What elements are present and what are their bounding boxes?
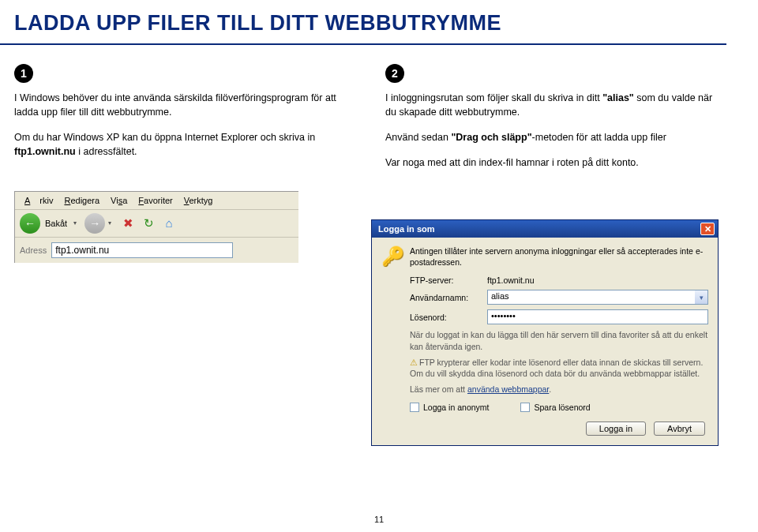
lock-icon: ⚠ <box>410 358 418 367</box>
ie-buttonbar: ← Bakåt ▾ → ▾ ✖ ↻ ⌂ <box>15 210 298 238</box>
page-title: LADDA UPP FILER TILL DITT WEBBUTRYMME <box>0 0 726 45</box>
check-anon[interactable]: Logga in anonymt <box>410 403 489 412</box>
step-2-para-2: Använd sedan "Drag och släpp"-metoden fö… <box>385 130 725 144</box>
s2p1a: I inloggningsrutan som följer skall du s… <box>385 92 602 103</box>
step-2-para-1: I inloggningsrutan som följer skall du s… <box>385 91 725 119</box>
forward-dropdown-icon[interactable]: ▾ <box>108 219 111 227</box>
ie-toolbar-screenshot: Arkiv Redigera Visa Favoriter Verktyg ← … <box>14 191 298 263</box>
step-1-column: 1 I Windows behöver du inte använda särs… <box>14 64 354 263</box>
s2p2c: -metoden för att ladda upp filer <box>532 132 666 143</box>
back-button[interactable]: ← <box>20 213 40 234</box>
back-dropdown-icon[interactable]: ▾ <box>73 219 77 227</box>
dialog-info-2: ⚠FTP krypterar eller kodar inte lösenord… <box>410 357 708 379</box>
check-save[interactable]: Spara lösenord <box>520 403 590 412</box>
key-icon: 🔑 <box>381 245 403 268</box>
menu-redigera[interactable]: Redigera <box>59 194 104 207</box>
step-1-badge: 1 <box>14 64 33 83</box>
menu-favoriter[interactable]: Favoriter <box>133 194 177 207</box>
menu-arkiv[interactable]: Arkiv <box>20 194 58 207</box>
s2p2b: "Drag och släpp" <box>451 132 531 143</box>
checkbox-icon[interactable] <box>520 403 530 412</box>
link-suffix: . <box>549 384 551 394</box>
step-1-p2b: ftp1.ownit.nu <box>14 146 76 157</box>
step-1-para-1: I Windows behöver du inte använda särski… <box>14 91 354 119</box>
username-dropdown-icon[interactable]: ▾ <box>695 290 708 305</box>
home-icon[interactable]: ⌂ <box>160 215 178 232</box>
s2p2a: Använd sedan <box>385 132 451 143</box>
dialog-titlebar: Logga in som ✕ <box>372 220 718 238</box>
cancel-button[interactable]: Avbryt <box>654 421 705 436</box>
step-2-para-3: Var noga med att din index-fil hamnar i … <box>385 155 725 170</box>
back-label: Bakåt <box>45 219 67 228</box>
label-user: Användarnamn: <box>410 293 481 302</box>
check-anon-label: Logga in anonymt <box>423 403 489 412</box>
link-prefix: Läs mer om att <box>410 384 467 394</box>
s2p1b: "alias" <box>602 92 634 103</box>
step-1-para-2: Om du har Windows XP kan du öppna Intern… <box>14 130 354 159</box>
dialog-info-2-text: FTP krypterar eller kodar inte lösenord … <box>410 358 703 378</box>
value-server: ftp1.ownit.nu <box>487 275 708 285</box>
step-1-p2a: Om du har Windows XP kan du öppna Intern… <box>14 132 315 143</box>
dialog-intro: Antingen tillåter inte servern anonyma i… <box>410 245 708 268</box>
ie-menubar: Arkiv Redigera Visa Favoriter Verktyg <box>15 192 298 210</box>
checkbox-icon[interactable] <box>410 403 419 412</box>
dialog-info-1: När du loggat in kan du lägga till den h… <box>410 329 708 351</box>
page-number: 11 <box>0 515 758 524</box>
dialog-link-line: Läs mer om att använda webbmappar. <box>410 384 708 395</box>
login-button[interactable]: Logga in <box>586 421 646 436</box>
dialog-title: Logga in som <box>378 224 435 234</box>
close-icon[interactable]: ✕ <box>700 223 715 235</box>
menu-verktyg[interactable]: Verktyg <box>179 194 218 207</box>
step-1-p2c: i adressfältet. <box>76 146 137 157</box>
step-2-badge: 2 <box>385 64 404 83</box>
check-save-label: Spara lösenord <box>534 403 590 412</box>
ie-addressbar: Adress ftp1.ownit.nu <box>15 238 298 263</box>
refresh-icon[interactable]: ↻ <box>140 215 157 232</box>
webbmappar-link[interactable]: använda webbmappar <box>467 384 549 394</box>
forward-button[interactable]: → <box>84 213 105 234</box>
label-pass: Lösenord: <box>410 313 481 322</box>
menu-visa[interactable]: Visa <box>106 194 132 207</box>
stop-icon[interactable]: ✖ <box>119 215 137 232</box>
username-input[interactable]: alias <box>487 290 695 305</box>
login-dialog: Logga in som ✕ 🔑 Antingen tillåter inte … <box>371 219 719 446</box>
label-server: FTP-server: <box>410 275 481 285</box>
address-input[interactable]: ftp1.ownit.nu <box>51 242 233 258</box>
password-input[interactable]: •••••••• <box>487 309 708 324</box>
address-label: Adress <box>20 245 47 255</box>
